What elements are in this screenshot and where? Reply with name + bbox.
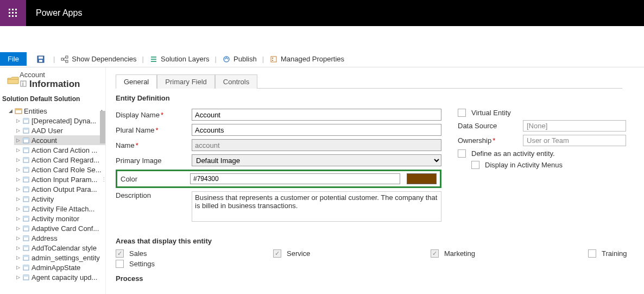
expand-icon[interactable]: ▷ [15, 216, 21, 221]
collapse-icon[interactable]: ◢ [8, 108, 13, 114]
display-activity-menus-label: Display in Activity Menus [485, 161, 563, 169]
data-source-label: Data Source [458, 122, 523, 130]
area-training-label: Training [602, 249, 627, 258]
section-entity-definition: Entity Definition [116, 94, 644, 102]
tree-item[interactable]: ▷Action Card Action ... [14, 145, 105, 155]
expand-icon[interactable]: ▷ [15, 147, 21, 153]
tree-item[interactable]: ▷Activity monitor [14, 214, 105, 223]
tree-item[interactable]: ▷Action Output Para... [14, 184, 105, 194]
tree-item[interactable]: ▷Action Card Regard... [14, 155, 105, 165]
tab-primary-field[interactable]: Primary Field [157, 74, 215, 89]
primary-image-select[interactable]: Default Image [192, 154, 441, 166]
define-activity-checkbox[interactable] [458, 149, 466, 158]
managed-properties-button[interactable]: Managed Properties [265, 51, 349, 67]
entity-icon [22, 234, 30, 242]
section-process: Process [116, 274, 644, 283]
show-dependencies-label: Show Dependencies [72, 55, 136, 63]
tree-item-label: admin_settings_entity [31, 254, 100, 262]
scrollbar-thumb[interactable] [100, 111, 105, 143]
expand-icon[interactable]: ▷ [15, 118, 21, 123]
app-header: Power Apps [0, 0, 644, 26]
app-title: Power Apps [36, 8, 82, 18]
expand-icon[interactable]: ▷ [15, 245, 21, 251]
expand-icon[interactable]: ▷ [15, 196, 21, 202]
svg-rect-8 [15, 15, 17, 17]
expand-icon[interactable]: ▷ [15, 206, 21, 211]
expand-icon[interactable]: ▷ [15, 157, 21, 162]
display-activity-menus-checkbox[interactable] [471, 161, 479, 169]
tree-item[interactable]: ▷admin_settings_entity [14, 253, 105, 262]
tab-general[interactable]: General [116, 74, 157, 89]
tree-item[interactable]: ▷Account [14, 135, 105, 145]
expand-icon[interactable]: ▷ [15, 255, 21, 260]
svg-rect-45 [23, 197, 29, 198]
svg-rect-55 [23, 246, 29, 247]
description-textarea[interactable]: Business that represents a customer or p… [192, 191, 441, 222]
entity-name: Account [20, 71, 80, 79]
color-input[interactable] [190, 173, 400, 184]
tree-item[interactable]: ▷Agent capacity upd... [14, 272, 105, 282]
expand-icon[interactable]: ▷ [15, 137, 21, 143]
tree-item[interactable]: ▷Activity [14, 194, 105, 204]
display-name-input[interactable] [192, 109, 441, 121]
tree-item[interactable]: ▷AdminAppState [14, 262, 105, 272]
expand-icon[interactable]: ▷ [15, 274, 21, 280]
svg-rect-39 [23, 167, 29, 169]
tree-item-label: Activity File Attach... [31, 205, 94, 213]
svg-rect-29 [23, 118, 29, 120]
tree-item[interactable]: ▷[Deprecated] Dyna... [14, 116, 105, 126]
expand-icon[interactable]: ▷ [15, 128, 21, 133]
svg-rect-53 [23, 236, 29, 237]
expand-icon[interactable]: ▷ [15, 226, 21, 231]
area-service-checkbox[interactable] [273, 249, 281, 258]
entity-icon [22, 253, 30, 262]
svg-text:i: i [22, 81, 23, 87]
tree-item[interactable]: ▷AddToCalendar style [14, 243, 105, 253]
save-button[interactable] [32, 51, 52, 67]
pane-resize-handle[interactable]: ⋮ [101, 176, 106, 183]
tab-controls[interactable]: Controls [215, 74, 257, 89]
entity-icon [22, 214, 30, 223]
ownership-label: Ownership* [458, 136, 523, 145]
publish-button[interactable]: Publish [218, 51, 261, 67]
name-input [192, 139, 441, 151]
dependencies-icon [60, 55, 69, 64]
main-content: General Primary Field Controls Entity De… [106, 67, 644, 294]
tree-item[interactable]: ▷Address [14, 233, 105, 243]
expand-icon[interactable]: ▷ [15, 177, 21, 182]
area-marketing-checkbox[interactable] [431, 249, 439, 258]
tree-item[interactable]: ▷Action Input Param... [14, 174, 105, 184]
expand-icon[interactable]: ▷ [15, 167, 21, 172]
file-menu-button[interactable]: File [0, 52, 27, 66]
svg-rect-4 [12, 12, 14, 14]
entity-icon [22, 155, 30, 164]
separator: | [141, 55, 145, 63]
tree-item[interactable]: ▷Adaptive Card Conf... [14, 223, 105, 233]
toolbar: File | Show Dependencies | Solution Laye… [0, 51, 644, 67]
color-swatch[interactable] [407, 173, 437, 184]
expand-icon[interactable]: ▷ [15, 235, 21, 241]
entity-icon [22, 243, 30, 252]
expand-icon[interactable]: ▷ [15, 265, 21, 270]
tree-item[interactable]: ▷Activity File Attach... [14, 204, 105, 214]
svg-rect-21 [271, 57, 276, 62]
virtual-entity-checkbox[interactable] [458, 109, 466, 117]
svg-rect-23 [272, 60, 273, 61]
tree-item[interactable]: ▷Action Card Role Se... [14, 165, 105, 174]
solution-layers-button[interactable]: Solution Layers [145, 51, 214, 67]
expand-icon[interactable]: ▷ [15, 186, 21, 192]
area-sales-checkbox[interactable] [116, 249, 124, 258]
tree-root-entities[interactable]: ◢ Entities ▲ [7, 106, 105, 116]
tree-item[interactable]: ▷AAD User [14, 126, 105, 135]
svg-rect-22 [272, 58, 273, 59]
tree-item-label: Account [31, 136, 57, 145]
show-dependencies-button[interactable]: Show Dependencies [56, 51, 141, 67]
app-launcher-button[interactable] [0, 0, 26, 26]
tree-item-label: Action Card Role Se... [31, 166, 102, 174]
entity-icon [22, 263, 30, 272]
define-activity-label: Define as an activity entity. [471, 149, 555, 158]
area-settings-checkbox[interactable] [116, 260, 124, 268]
plural-name-input[interactable] [192, 124, 441, 136]
primary-image-label: Primary Image [116, 157, 192, 165]
area-training-checkbox[interactable] [588, 249, 596, 258]
